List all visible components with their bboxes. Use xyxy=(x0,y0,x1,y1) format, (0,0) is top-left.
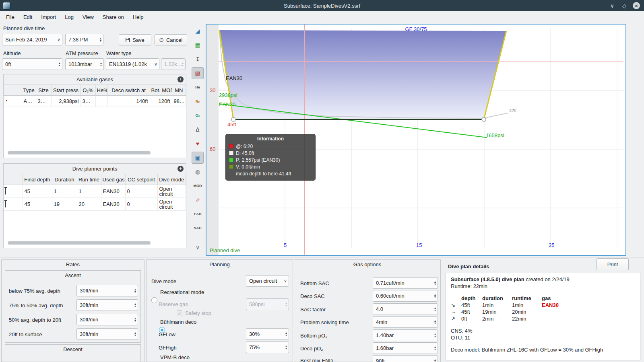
tissues-icon[interactable]: ▨ xyxy=(192,67,204,79)
spinner-arrows-icon[interactable] xyxy=(134,288,136,293)
gases-col-deco-switch[interactable]: Deco switch at xyxy=(107,85,150,96)
deco-po2-spinner[interactable]: 1.60bar xyxy=(373,342,438,354)
problem-time-spinner[interactable]: 4min xyxy=(373,316,438,328)
mod-icon[interactable]: MOD xyxy=(192,180,204,192)
gas-changes-icon[interactable]: ◍ xyxy=(192,166,204,178)
menu-share-on[interactable]: Share on xyxy=(98,12,128,22)
gas-options-title: Gas options xyxy=(294,260,440,267)
gas-row[interactable]: A… 3… 2,938psi 3… 140ft 120ft 98… xyxy=(4,96,186,107)
chevron-down-icon xyxy=(57,37,60,42)
sac-factor-spinner[interactable]: 4.0 xyxy=(373,303,438,315)
dive-mode-combo[interactable]: Open circuit xyxy=(246,275,289,287)
altitude-spinner[interactable]: 0ft xyxy=(2,58,62,70)
gases-col-mnd[interactable]: MN xyxy=(172,85,186,96)
dc-ceiling-icon[interactable]: ▦ xyxy=(192,39,204,51)
gases-horizontal-scrollbar[interactable] xyxy=(8,151,151,154)
chevron-down-icon xyxy=(154,62,157,67)
spinner-arrows-icon[interactable] xyxy=(59,62,60,67)
deco-sac-spinner[interactable]: 0.60cuft/min xyxy=(373,290,438,302)
atm-pressure-spinner[interactable]: 1013mbar xyxy=(65,58,104,70)
menu-edit[interactable]: Edit xyxy=(19,12,37,22)
pp-o2-icon[interactable]: O₂ xyxy=(192,109,204,121)
heart-rate-icon[interactable]: ♥ xyxy=(192,138,204,150)
ead-icon[interactable]: EAD xyxy=(192,208,204,220)
cancel-button[interactable]: Cancel xyxy=(155,34,187,45)
spinner-arrows-icon[interactable] xyxy=(434,320,436,325)
dive-time-spinner[interactable]: 7:38 PM xyxy=(65,34,103,45)
plan-cns: CNS: 4% xyxy=(451,327,635,334)
waypoint-handle[interactable] xyxy=(231,117,235,121)
points-col-run-time[interactable]: Run time xyxy=(77,174,101,185)
minimize-icon[interactable]: ∨ xyxy=(609,2,616,9)
reserve-gas-spinner: 580psi xyxy=(246,298,289,310)
gflow-spinner[interactable]: 30% xyxy=(246,328,289,340)
bottom-sac-spinner[interactable]: 0.71cuft/min xyxy=(373,277,438,289)
maximize-icon[interactable]: ◇ xyxy=(621,2,628,9)
toolbar-scroll-down-icon[interactable]: ∨ xyxy=(192,241,204,253)
spinner-arrows-icon[interactable] xyxy=(100,62,102,67)
close-icon[interactable]: × xyxy=(633,2,640,9)
gases-col-start-press[interactable]: Start press xyxy=(51,85,80,96)
gflow-label: GFLow xyxy=(159,331,175,337)
planner-point-row[interactable]: 45 19 20 EAN30 0 Open circuit xyxy=(4,198,186,211)
bottom-po2-spinner[interactable]: 1.40bar xyxy=(373,329,438,341)
spinner-arrows-icon[interactable] xyxy=(434,281,436,286)
add-point-button[interactable]: + xyxy=(178,166,184,172)
menu-file[interactable]: File xyxy=(2,12,19,22)
pp-he-icon[interactable]: He xyxy=(192,81,204,93)
waypoint-handle[interactable] xyxy=(482,117,486,121)
spinner-arrows-icon[interactable] xyxy=(134,303,136,308)
gases-col-type[interactable]: Type xyxy=(22,85,36,96)
spinner-arrows-icon[interactable] xyxy=(434,359,436,362)
points-col-final-depth[interactable]: Final depth xyxy=(23,174,52,185)
points-horizontal-scrollbar[interactable] xyxy=(8,241,151,245)
recreational-mode-radio[interactable] xyxy=(151,297,157,303)
dive-profile-chart[interactable]: GF 30/75 30 60 5 15 25 EAN30 2938psi EAN… xyxy=(206,24,626,256)
rate-spinner[interactable]: 30ft/min xyxy=(76,285,138,296)
spinner-arrows-icon[interactable] xyxy=(434,294,436,298)
spinner-arrows-icon[interactable] xyxy=(100,37,101,42)
gfhigh-spinner[interactable]: 75% xyxy=(246,341,289,353)
time-chip-icon xyxy=(229,144,233,148)
points-col-dive-mode[interactable]: Dive mode xyxy=(157,174,186,185)
gases-col-he[interactable]: He% xyxy=(95,85,107,96)
save-button[interactable]: Save xyxy=(119,34,151,45)
spinner-arrows-icon[interactable] xyxy=(134,332,136,337)
print-button[interactable]: Print xyxy=(597,258,629,270)
gases-col-o2[interactable]: O₂% xyxy=(80,85,95,96)
spinner-arrows-icon[interactable] xyxy=(434,307,436,312)
ascent-rate-icon[interactable]: ⇗ xyxy=(192,194,204,206)
points-col-duration[interactable]: Duration xyxy=(52,174,77,185)
menu-import[interactable]: Import xyxy=(37,12,60,22)
points-col-used-gas[interactable]: Used gas xyxy=(101,174,125,185)
best-mix-end-spinner[interactable]: 98ft xyxy=(373,355,438,362)
calc-ceiling-icon[interactable]: ↧ xyxy=(192,53,204,65)
menu-help[interactable]: Help xyxy=(128,12,148,22)
spinner-arrows-icon[interactable] xyxy=(434,346,436,351)
points-col-cc-setpoint[interactable]: CC setpoint xyxy=(125,174,157,185)
spinner-arrows-icon[interactable] xyxy=(134,317,136,322)
spinner-arrows-icon[interactable] xyxy=(434,333,436,338)
photos-icon[interactable]: ▣ xyxy=(192,152,204,164)
sac-icon[interactable]: SAC xyxy=(192,222,204,234)
planning-title: Planning xyxy=(147,260,293,267)
add-gas-button[interactable]: + xyxy=(178,76,184,82)
spinner-arrows-icon[interactable] xyxy=(285,345,287,350)
rate-spinner[interactable]: 30ft/min xyxy=(76,314,138,325)
menu-view[interactable]: View xyxy=(78,12,98,22)
water-type-combo[interactable]: EN13319 (1.02k xyxy=(106,58,159,70)
dive-plan-text: Subsurface (4.8.5.0) dive plan created o… xyxy=(446,273,640,360)
spinner-arrows-icon[interactable] xyxy=(285,332,287,337)
menu-log[interactable]: Log xyxy=(60,12,78,22)
dive-date-combo[interactable]: Sun Feb 24, 2019 xyxy=(2,34,62,45)
ruler-icon[interactable]: Δ xyxy=(192,123,204,136)
pp-n2-icon[interactable]: N₂ xyxy=(192,95,204,107)
save-icon xyxy=(126,38,130,42)
rate-spinner[interactable]: 30ft/min xyxy=(76,299,138,311)
gas-change-label: EAN30 xyxy=(226,75,242,81)
gases-col-bot-mod[interactable]: Bot. MOD xyxy=(150,85,172,96)
gases-col-size[interactable]: Size xyxy=(36,85,51,96)
mean-depth-icon[interactable]: ◢ xyxy=(192,25,204,37)
planner-point-row[interactable]: 45 1 1 EAN30 0 Open circuit xyxy=(4,185,186,198)
rate-spinner[interactable]: 30ft/min xyxy=(76,328,138,340)
